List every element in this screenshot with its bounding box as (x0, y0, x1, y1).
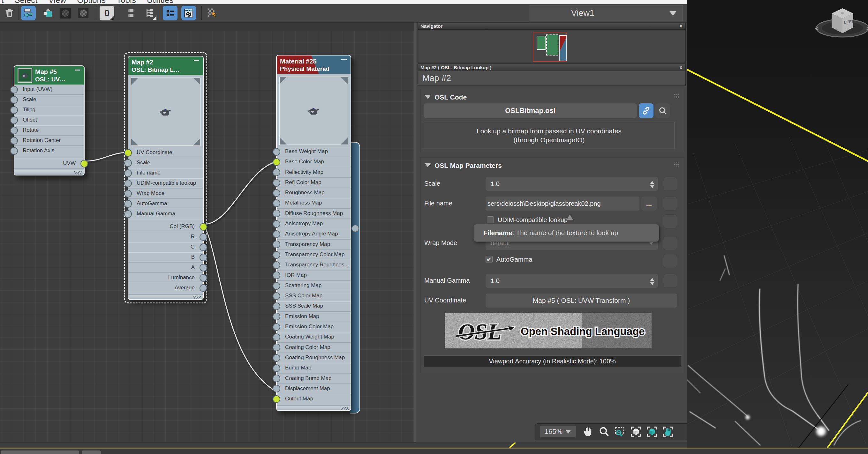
input-socket[interactable] (273, 189, 280, 197)
node-slot-row[interactable]: AutoGamma (128, 199, 203, 209)
node-slot-row[interactable]: Transparency Roughnes… (277, 260, 350, 270)
output-socket[interactable] (199, 274, 207, 282)
node-slot-row[interactable]: Coating Roughness Map (277, 353, 350, 363)
output-socket[interactable] (199, 254, 207, 261)
node-slot-row[interactable]: Offset (14, 115, 84, 125)
node-slot-row[interactable]: Input (UVW) (14, 85, 84, 95)
node-slot-row[interactable]: IOR Map (277, 270, 350, 281)
resize-grip-icon[interactable] (341, 407, 349, 410)
bottom-bar-segment-2[interactable] (82, 451, 101, 454)
minimize-button[interactable] (194, 60, 199, 61)
node-slot-row[interactable]: Refl Color Map (277, 178, 350, 188)
input-socket[interactable] (273, 251, 280, 259)
autogamma-map-slot-button[interactable] (663, 254, 677, 268)
node-material25[interactable]: Material #25Physical MaterialBase Weight… (276, 55, 351, 411)
input-socket[interactable] (273, 261, 280, 269)
node-name-field[interactable]: Map #2 (417, 71, 686, 86)
osl-link-button[interactable] (639, 103, 653, 118)
node-slot-row[interactable]: A (128, 263, 203, 273)
rollout-grip-icon[interactable] (674, 162, 680, 166)
node-slot-row[interactable]: Tiling (14, 105, 84, 115)
input-socket[interactable] (124, 169, 132, 177)
uv-coordinate-button[interactable]: Map #5 ( OSL: UVW Transform ) (486, 294, 677, 307)
zero-flyout-button[interactable]: 0 (100, 6, 114, 21)
node-slot-row[interactable]: UDIM-compatible lookup (128, 179, 203, 189)
osl-code-rollout-header[interactable]: OSL Code (425, 93, 467, 102)
node-slot-row[interactable]: Anisotropy Map (277, 219, 350, 229)
node-slot-row[interactable]: Displacement Map (277, 384, 350, 394)
3d-viewport[interactable]: LEFT (687, 0, 868, 448)
scale-map-slot-button[interactable] (663, 177, 677, 191)
input-socket[interactable] (124, 180, 132, 187)
pan-button[interactable] (580, 424, 596, 439)
node-slot-row[interactable]: Coating Bump Map (277, 374, 350, 384)
menu-item[interactable]: t (1, 0, 3, 4)
node-slot-row[interactable]: Diffuse Roughness Map (277, 209, 350, 219)
show-nodeslots-button[interactable] (163, 6, 178, 21)
file-map-slot-button[interactable] (663, 197, 677, 210)
node-slot-row[interactable]: UVW (14, 159, 84, 169)
output-socket[interactable] (199, 244, 207, 251)
node-slot-row[interactable]: Rotate (14, 125, 84, 136)
wrap-map-slot-button[interactable] (663, 236, 677, 250)
node-slot-row[interactable]: Metalness Map (277, 198, 350, 208)
node-header[interactable]: Material #25Physical Material (277, 56, 350, 74)
node-slot-row[interactable]: Bump Map (277, 363, 350, 373)
autogamma-checkbox[interactable]: ✔ (486, 256, 493, 263)
navigator-minimap[interactable] (417, 30, 686, 63)
minimize-button[interactable] (75, 70, 80, 70)
viewcube[interactable]: LEFT (816, 8, 868, 37)
osl-params-rollout-header[interactable]: OSL Map Parameters (425, 161, 502, 170)
node-slot-row[interactable]: Coating Color Map (277, 343, 350, 353)
node-slot-row[interactable]: Col (RGB) (128, 222, 203, 232)
input-socket[interactable] (273, 333, 280, 341)
input-socket[interactable] (124, 190, 132, 197)
udim-map-slot-button[interactable] (663, 215, 677, 228)
manual-gamma-field[interactable]: 1.0 (486, 274, 658, 288)
file-name-field[interactable]: sers\delossh\Desktop\glassbreak02.png (486, 197, 640, 210)
navigator-panel-header[interactable]: Navigator x (417, 22, 686, 30)
input-socket[interactable] (124, 149, 132, 157)
node-slot-row[interactable]: R (128, 232, 203, 242)
output-socket[interactable] (199, 223, 207, 231)
panel-splitter[interactable] (414, 22, 416, 442)
input-socket[interactable] (273, 179, 280, 187)
delete-button[interactable] (2, 6, 17, 21)
input-socket[interactable] (273, 292, 280, 300)
zoom-extents-button[interactable] (628, 424, 644, 439)
minimize-button[interactable] (341, 59, 347, 60)
node-slot-row[interactable]: Emission Color Map (277, 322, 350, 332)
menu-item[interactable]: Utilities (147, 0, 174, 4)
node-header[interactable]: Map #2OSL: Bitmap L… (128, 57, 203, 75)
osl-search-button[interactable] (655, 103, 670, 118)
zoom-extents-selected-button[interactable] (644, 424, 660, 439)
menu-item[interactable]: Select (14, 0, 37, 4)
input-socket[interactable] (273, 323, 280, 331)
node-slot-row[interactable]: Anisotropy Angle Map (277, 229, 350, 239)
node-tree-flyout-button[interactable] (143, 6, 157, 21)
output-socket[interactable] (199, 233, 207, 241)
input-socket[interactable] (124, 210, 132, 218)
node-slot-row[interactable]: SSS Color Map (277, 291, 350, 301)
scale-field[interactable]: 1.0 (486, 177, 658, 191)
pan-to-selected-button[interactable] (660, 424, 676, 439)
node-slot-row[interactable]: Average (128, 283, 203, 293)
layout-children-button[interactable] (21, 6, 36, 21)
node-slot-row[interactable]: SSS Scale Map (277, 301, 350, 312)
input-socket[interactable] (10, 137, 18, 144)
input-socket[interactable] (273, 158, 280, 166)
node-slot-row[interactable]: Manual Gamma (128, 209, 203, 219)
node-slot-row[interactable]: Scale (14, 95, 84, 105)
osl-file-button[interactable]: OSLBitmap.osl (424, 103, 637, 118)
input-socket[interactable] (273, 395, 280, 403)
resize-grip-icon[interactable] (74, 171, 82, 174)
input-socket[interactable] (10, 117, 18, 124)
node-slot-row[interactable]: Wrap Mode (128, 189, 203, 199)
input-socket[interactable] (10, 86, 18, 94)
node-slot-row[interactable]: Cutout Map (277, 394, 350, 404)
input-socket[interactable] (273, 230, 280, 238)
node-slot-row[interactable]: Transparency Map (277, 239, 350, 250)
node-preview[interactable] (279, 76, 348, 145)
node-slot-row[interactable]: Transparency Color Map (277, 250, 350, 260)
navigator-close-button[interactable]: x (680, 23, 682, 28)
